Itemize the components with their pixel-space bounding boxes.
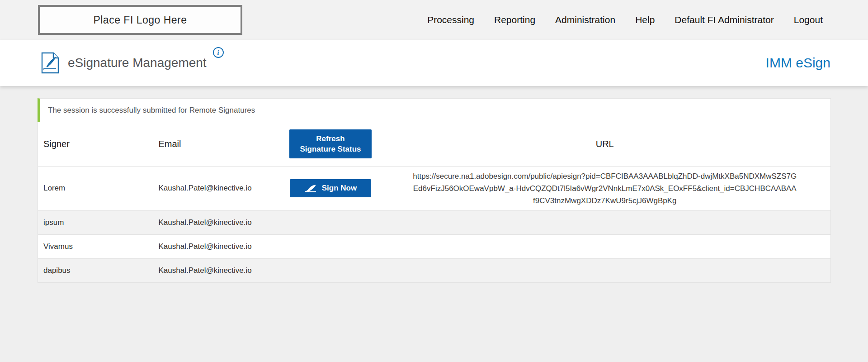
signer-url-cell: [379, 258, 831, 282]
main-content: The session is successfully submitted fo…: [0, 86, 868, 283]
signer-action-cell: Sign Now: [282, 166, 379, 210]
page-header: x eSignature Management i IMM eSign: [0, 40, 868, 86]
signer-name: Lorem: [38, 166, 153, 210]
signer-action-cell: [282, 210, 379, 234]
signer-url-cell: [379, 234, 831, 258]
col-header-signer: Signer: [38, 122, 153, 166]
signer-action-cell: [282, 258, 379, 282]
table-row: ipsum Kaushal.Patel@kinective.io: [38, 210, 831, 234]
fi-logo-text: Place FI Logo Here: [93, 14, 187, 26]
refresh-signature-status-button[interactable]: Refresh Signature Status: [289, 129, 372, 158]
signer-action-cell: [282, 234, 379, 258]
signer-name: ipsum: [38, 210, 153, 234]
signer-name: Vivamus: [38, 234, 153, 258]
table-header-row: Signer Email Refresh Signature Status UR…: [38, 122, 831, 166]
nav-item-help[interactable]: Help: [635, 14, 655, 25]
signer-url: https://secure.na1.adobesign.com/public/…: [413, 170, 797, 207]
info-icon[interactable]: i: [213, 47, 224, 58]
signer-email: Kaushal.Patel@kinective.io: [153, 234, 282, 258]
table-row: dapibus Kaushal.Patel@kinective.io: [38, 258, 831, 282]
signer-email: Kaushal.Patel@kinective.io: [153, 166, 282, 210]
col-header-status: Refresh Signature Status: [282, 122, 379, 166]
table-row: Lorem Kaushal.Patel@kinective.io Sign No…: [38, 166, 831, 210]
signer-email: Kaushal.Patel@kinective.io: [153, 258, 282, 282]
col-header-url: URL: [379, 122, 831, 166]
signer-name: dapibus: [38, 258, 153, 282]
sign-now-button[interactable]: Sign Now: [290, 179, 371, 197]
signer-url-cell: https://secure.na1.adobesign.com/public/…: [379, 166, 831, 210]
nav-item-processing[interactable]: Processing: [427, 14, 474, 25]
table-row: Vivamus Kaushal.Patel@kinective.io: [38, 234, 831, 258]
main-nav: Processing Reporting Administration Help…: [427, 14, 823, 25]
quill-pen-icon: [304, 184, 318, 193]
refresh-button-line1: Refresh: [289, 133, 372, 144]
brand-text: IMM eSign: [766, 55, 830, 71]
col-header-email: Email: [153, 122, 282, 166]
nav-item-logout[interactable]: Logout: [794, 14, 823, 25]
esignature-document-icon: x: [41, 52, 60, 74]
sign-now-label: Sign Now: [322, 184, 357, 193]
svg-text:x: x: [42, 67, 45, 71]
refresh-button-line2: Signature Status: [289, 144, 372, 154]
success-banner: The session is successfully submitted fo…: [38, 98, 831, 122]
nav-item-reporting[interactable]: Reporting: [494, 14, 535, 25]
signer-email: Kaushal.Patel@kinective.io: [153, 210, 282, 234]
signer-url-cell: [379, 210, 831, 234]
nav-item-current-user[interactable]: Default FI Administrator: [675, 14, 774, 25]
top-bar: Place FI Logo Here Processing Reporting …: [0, 0, 868, 40]
page-title: eSignature Management: [68, 56, 207, 70]
fi-logo-placeholder: Place FI Logo Here: [38, 5, 242, 35]
nav-item-administration[interactable]: Administration: [555, 14, 615, 25]
signers-table: Signer Email Refresh Signature Status UR…: [38, 122, 831, 283]
success-message: The session is successfully submitted fo…: [48, 106, 255, 115]
